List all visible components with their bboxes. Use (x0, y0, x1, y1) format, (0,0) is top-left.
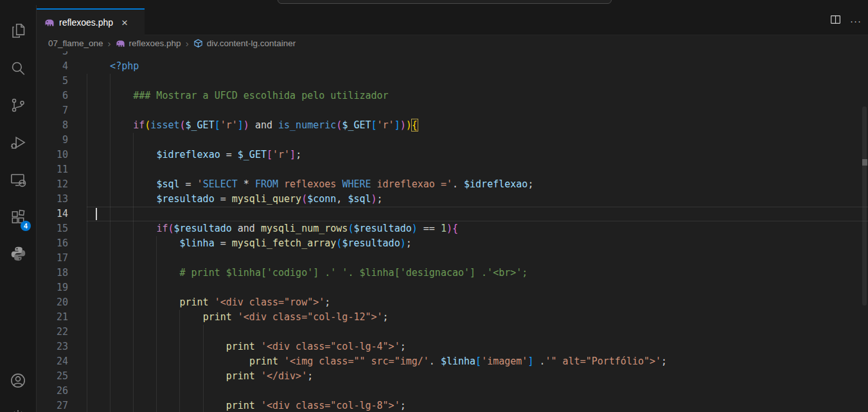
code-text: ### Mostrar a UFCD escolhida pelo utiliz… (87, 89, 389, 103)
code-line-22[interactable]: 22 (36, 325, 868, 339)
more-actions-icon[interactable]: ··· (850, 18, 862, 24)
code-line-8[interactable]: 8 if(isset($_GET['r']) and is_numeric($_… (36, 118, 868, 133)
line-number[interactable]: 27 (36, 399, 68, 412)
code-text: $idreflexao = $_GET['r']; (87, 148, 301, 162)
php-file-icon (116, 40, 125, 47)
tab-bar: reflexoes.php × ··· (36, 5, 868, 35)
activity-bar: 4 (0, 5, 37, 412)
line-number[interactable]: 25 (36, 369, 68, 384)
chevron-right-icon: › (185, 39, 190, 48)
code-text: print '<div class="col-lg-8">'; (87, 399, 406, 412)
line-number[interactable]: 9 (36, 133, 68, 148)
line-number[interactable]: 23 (36, 339, 68, 354)
code-line-18[interactable]: 18 # print $linha['codigo'] .' '. $linha… (36, 266, 868, 280)
scrollbar-handle[interactable] (862, 159, 867, 166)
code-line-12[interactable]: 12 $sql = 'SELECT * FROM reflexoes WHERE… (36, 177, 868, 192)
symbol-element-icon (193, 39, 203, 48)
code-line-5[interactable]: 5 (36, 74, 868, 89)
line-number[interactable]: 17 (36, 251, 68, 266)
search-icon[interactable] (0, 53, 36, 83)
line-number[interactable]: 19 (36, 280, 68, 295)
code-text: $linha = mysqli_fetch_array($resultado); (87, 236, 412, 251)
source-control-icon[interactable] (0, 90, 36, 121)
line-number[interactable]: 24 (36, 354, 68, 369)
code-line-7[interactable]: 7 (36, 103, 868, 118)
line-number[interactable]: 22 (36, 325, 68, 339)
line-number[interactable]: 12 (36, 177, 68, 192)
code-line-20[interactable]: 20 print '<div class="row">'; (36, 295, 868, 310)
line-number[interactable]: 11 (36, 162, 68, 177)
extensions-badge: 4 (21, 221, 31, 231)
code-text: $sql = 'SELECT * FROM reflexoes WHERE id… (87, 177, 533, 192)
line-number[interactable]: 7 (36, 103, 68, 118)
code-line-26[interactable]: 26 (36, 384, 868, 399)
code-line-9[interactable]: 9 (36, 133, 868, 148)
code-line-25[interactable]: 25 print '</div>'; (36, 369, 868, 384)
breadcrumb-folder[interactable]: 07_flame_one (48, 39, 103, 48)
code-line-24[interactable]: 24 print '<img class="" src="img/'. $lin… (36, 354, 868, 369)
line-number[interactable]: 13 (36, 192, 68, 207)
line-number[interactable]: 26 (36, 384, 68, 399)
extensions-icon[interactable]: 4 (0, 202, 36, 232)
line-number[interactable]: 21 (36, 310, 68, 325)
code-line-17[interactable]: 17 (36, 251, 868, 266)
code-line-6[interactable]: 6 ### Mostrar a UFCD escolhida pelo util… (36, 89, 868, 103)
code-line-27[interactable]: 27 print '<div class="col-lg-8">'; (36, 399, 868, 412)
code-editor[interactable]: 34 <?php56 ### Mostrar a UFCD escolhida … (36, 51, 868, 412)
code-text: # print $linha['codigo'] .' '. $linha['d… (87, 266, 527, 280)
settings-gear-icon[interactable] (0, 400, 36, 412)
line-number[interactable]: 5 (36, 74, 68, 89)
python-icon[interactable] (0, 238, 36, 269)
code-line-23[interactable]: 23 print '<div class="col-lg-4">'; (36, 339, 868, 354)
code-line-13[interactable]: 13 $resultado = mysqli_query($conn, $sql… (36, 192, 868, 207)
line-number[interactable]: 10 (36, 148, 68, 162)
code-line-10[interactable]: 10 $idreflexao = $_GET['r']; (36, 148, 868, 162)
code-line-19[interactable]: 19 (36, 280, 868, 295)
code-text: $resultado = mysqli_query($conn, $sql); (87, 192, 383, 207)
line-number[interactable]: 14 (36, 207, 68, 221)
code-text: print '<div class="col-lg-4">'; (87, 339, 406, 354)
breadcrumb-file[interactable]: reflexoes.php (129, 39, 181, 48)
code-text: if($resultado and mysqli_num_rows($resul… (87, 221, 458, 236)
command-center[interactable] (278, 0, 612, 4)
code-line-3[interactable]: 3 (36, 51, 868, 59)
breadcrumb: 07_flame_one › reflexoes.php › div.conte… (36, 35, 868, 51)
code-text: print '<div class="col-lg-12">'; (87, 310, 389, 325)
line-number[interactable]: 4 (36, 59, 68, 74)
code-line-14[interactable]: 14 (36, 207, 868, 221)
code-text: print '<div class="row">'; (87, 295, 330, 310)
line-number[interactable]: 8 (36, 118, 68, 133)
vertical-scrollbar[interactable] (862, 107, 867, 305)
split-editor-icon[interactable] (830, 14, 841, 28)
code-line-15[interactable]: 15 if($resultado and mysqli_num_rows($re… (36, 221, 868, 236)
code-line-16[interactable]: 16 $linha = mysqli_fetch_array($resultad… (36, 236, 868, 251)
breadcrumb-symbol[interactable]: div.content-lg.container (207, 39, 296, 48)
code-text: print '</div>'; (87, 369, 313, 384)
code-line-11[interactable]: 11 (36, 162, 868, 177)
line-number[interactable]: 3 (36, 51, 68, 59)
run-and-debug-icon[interactable] (0, 127, 36, 158)
php-file-icon (44, 19, 55, 27)
title-bar (0, 0, 868, 5)
text-cursor (96, 208, 97, 220)
line-number[interactable]: 6 (36, 89, 68, 103)
line-number[interactable]: 18 (36, 266, 68, 280)
current-line-highlight (87, 207, 868, 221)
remote-explorer-icon[interactable] (0, 164, 36, 195)
line-number[interactable]: 20 (36, 295, 68, 310)
explorer-icon[interactable] (0, 15, 36, 46)
tab-reflexoes-php[interactable]: reflexoes.php × (37, 8, 145, 35)
code-text: print '<img class="" src="img/'. $linha[… (87, 354, 667, 369)
tab-label: reflexoes.php (59, 17, 113, 28)
code-text: if(isset($_GET['r']) and is_numeric($_GE… (87, 118, 418, 133)
account-icon[interactable] (0, 365, 36, 396)
chevron-right-icon: › (107, 39, 112, 48)
tab-close-icon[interactable]: × (121, 17, 128, 28)
code-text: <?php (87, 59, 139, 74)
code-line-21[interactable]: 21 print '<div class="col-lg-12">'; (36, 310, 868, 325)
code-line-4[interactable]: 4 <?php (36, 59, 868, 74)
line-number[interactable]: 16 (36, 236, 68, 251)
line-number[interactable]: 15 (36, 221, 68, 236)
